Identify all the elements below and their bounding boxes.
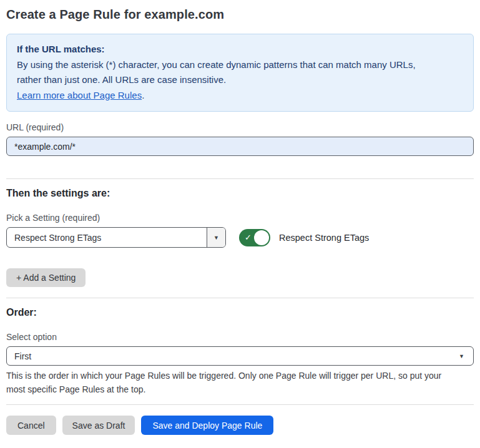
- order-help-line-2: most specific Page Rules at the top.: [6, 383, 474, 397]
- cancel-button[interactable]: Cancel: [6, 416, 56, 435]
- create-page-rule-panel: Create a Page Rule for example.com If th…: [0, 0, 480, 445]
- info-box-heading: If the URL matches:: [17, 42, 463, 57]
- select-option-label: Select option: [6, 332, 474, 342]
- divider-url-settings: [6, 178, 474, 179]
- setting-select-value: Respect Strong ETags: [7, 228, 207, 247]
- page-title: Create a Page Rule for example.com: [6, 7, 474, 22]
- footer-button-row: Cancel Save as Draft Save and Deploy Pag…: [6, 416, 474, 435]
- save-as-draft-button[interactable]: Save as Draft: [62, 416, 135, 435]
- order-section-heading: Order:: [6, 307, 474, 318]
- pick-setting-label: Pick a Setting (required): [6, 213, 474, 223]
- chevron-down-icon: ▼: [213, 235, 219, 241]
- info-box-body-line-1: By using the asterisk (*) character, you…: [17, 57, 463, 73]
- divider-settings-order: [6, 298, 474, 298]
- save-and-deploy-button[interactable]: Save and Deploy Page Rule: [141, 416, 273, 435]
- url-input[interactable]: [6, 137, 474, 156]
- info-box-link-line: Learn more about Page Rules.: [17, 88, 463, 104]
- toggle-knob: [254, 230, 269, 245]
- order-help-text: This is the order in which your Page Rul…: [6, 369, 474, 396]
- url-match-info-box: If the URL matches: By using the asteris…: [6, 34, 474, 112]
- info-box-body-line-2: rather than just one. All URLs are case …: [17, 72, 463, 88]
- divider-footer: [6, 404, 474, 405]
- order-help-line-1: This is the order in which your Page Rul…: [6, 369, 474, 383]
- check-icon: ✓: [245, 233, 252, 241]
- setting-row: Respect Strong ETags ▼ ✓ Respect Strong …: [6, 227, 474, 248]
- settings-section-heading: Then the settings are:: [6, 188, 474, 199]
- add-setting-button[interactable]: + Add a Setting: [6, 268, 86, 287]
- respect-strong-etags-toggle[interactable]: ✓: [239, 229, 270, 246]
- link-period: .: [142, 90, 144, 100]
- url-field-label: URL (required): [6, 122, 474, 132]
- setting-select[interactable]: Respect Strong ETags ▼: [6, 227, 226, 248]
- learn-more-link[interactable]: Learn more about Page Rules: [17, 90, 142, 100]
- toggle-label: Respect Strong ETags: [279, 233, 369, 243]
- order-select-value: First: [14, 351, 459, 361]
- order-select[interactable]: First ▼: [6, 346, 474, 366]
- chevron-down-icon: ▼: [459, 353, 464, 359]
- setting-select-arrow-button[interactable]: ▼: [207, 228, 225, 247]
